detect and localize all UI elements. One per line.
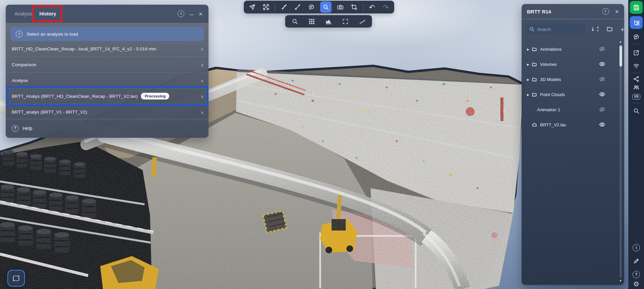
tab-analysis[interactable]: Analysis — [11, 9, 36, 18]
chevron-right-icon: › — [201, 109, 203, 115]
help-row[interactable]: ? Help — [6, 119, 209, 138]
tree-item-label: Volumes — [540, 62, 557, 67]
chevron-right-icon: › — [201, 77, 203, 84]
scrollbar-track[interactable] — [620, 44, 621, 278]
camera-icon[interactable] — [335, 2, 345, 12]
search-input[interactable] — [526, 24, 585, 35]
processing-badge: Processing — [141, 93, 169, 99]
tab-history[interactable]: History — [36, 9, 60, 18]
search-tool-button[interactable] — [320, 1, 332, 13]
measure-icon[interactable] — [293, 2, 303, 12]
tree-item-animation-1[interactable]: Animation 1 — [522, 102, 619, 117]
tree-item-label: 3D Models — [540, 77, 561, 82]
analysis-row[interactable]: BRTT_HD_CleanClean_Recap - local_BRTT_14… — [6, 41, 209, 57]
expand-arrow-icon[interactable]: ▶ — [527, 63, 532, 66]
chevron-right-icon: › — [201, 61, 203, 68]
fit-view-icon[interactable] — [261, 2, 271, 12]
settings-gear-icon[interactable]: ⚙ — [632, 280, 640, 288]
chevron-right-icon: › — [201, 93, 203, 99]
help-label: Help — [23, 126, 32, 131]
scroll-down-icon[interactable]: ▼ — [618, 279, 622, 282]
visibility-eye-icon[interactable] — [599, 46, 605, 52]
toolbar-divider — [275, 3, 275, 11]
crop-icon[interactable] — [349, 2, 359, 12]
share-icon[interactable] — [632, 75, 640, 83]
visibility-eye-icon[interactable] — [599, 61, 605, 67]
tree-item-label: Point Clouds — [540, 92, 565, 97]
minimize-button[interactable]: – — [190, 11, 193, 17]
add-icon[interactable]: + — [620, 26, 624, 33]
analysis-row-processing[interactable]: BRTT_Analys (BRTT_HD_CleanClean_Recap - … — [6, 88, 209, 104]
profile-steps-icon[interactable] — [357, 16, 367, 27]
tree-item-point-clouds[interactable]: ▶ Point Clouds — [522, 87, 619, 102]
search-icon[interactable] — [632, 107, 640, 115]
analysis-row[interactable]: Analyse › — [6, 73, 209, 88]
info-icon[interactable]: i — [632, 244, 640, 252]
info-icon: i — [16, 31, 23, 37]
visibility-eye-icon[interactable] — [599, 76, 605, 82]
help-icon: ? — [12, 125, 18, 132]
sort-icon[interactable]: AZ — [592, 26, 599, 32]
panel-header: Analysis History i – × — [6, 5, 209, 23]
info-icon[interactable]: i — [602, 8, 609, 15]
right-sidebar: VR i ? ⚙ — [628, 0, 644, 289]
save-button[interactable] — [630, 1, 643, 14]
area-chart-icon[interactable] — [324, 16, 334, 27]
navigate-icon[interactable] — [247, 2, 257, 12]
scroll-up-icon[interactable]: ▲ — [618, 40, 622, 43]
analysis-row-label: Analyse — [12, 78, 28, 83]
tree-item-animations[interactable]: ▶ Animations — [522, 42, 619, 57]
layers-panel-header: BRTT R14 i × — [522, 4, 624, 19]
minimap-button[interactable] — [7, 270, 25, 287]
analysis-row[interactable]: Comparison › — [6, 57, 209, 73]
folder-icon[interactable] — [606, 26, 613, 33]
wifi-icon[interactable] — [632, 62, 640, 70]
screen: ↶ ↷ Analysis History — [0, 0, 644, 289]
panel-body: i Select an analysis to load BRTT_HD_Cle… — [6, 23, 209, 138]
tree-item-label: Animation 1 — [537, 107, 560, 112]
paint-brush-icon[interactable] — [279, 2, 289, 12]
info-icon[interactable]: i — [178, 10, 184, 17]
magnify-icon[interactable] — [290, 16, 300, 27]
external-link-icon[interactable] — [632, 49, 640, 57]
close-button[interactable]: × — [199, 11, 202, 17]
folder-icon — [532, 47, 537, 52]
banner-text: Select an analysis to load — [27, 32, 78, 37]
project-title: BRTT R14 — [527, 9, 551, 14]
close-icon[interactable]: × — [615, 8, 619, 15]
selection-frame-icon[interactable] — [340, 16, 350, 27]
divider — [632, 44, 641, 44]
scrollbar-thumb[interactable] — [619, 46, 622, 67]
undo-icon[interactable]: ↶ — [367, 2, 377, 12]
comment-icon[interactable] — [306, 2, 316, 12]
chevron-right-icon: › — [201, 46, 203, 52]
visibility-eye-icon[interactable] — [599, 106, 605, 113]
folder-icon — [532, 62, 537, 67]
tree-item-3d-models[interactable]: ▶ 3D Models — [522, 72, 619, 87]
analysis-row[interactable]: BRTT_analys (BRTT_V1 - BRTT_V2) › — [6, 104, 209, 120]
expand-arrow-icon[interactable]: ▶ — [527, 78, 532, 81]
tree-item-brtt-v2-las[interactable]: BRTT_V2.las — [522, 117, 619, 132]
analysis-row-label: Comparison — [12, 62, 36, 67]
visibility-eye-icon[interactable] — [599, 91, 605, 97]
divider — [632, 73, 641, 73]
tree-item-label: Animations — [540, 47, 562, 52]
visibility-eye-icon[interactable] — [599, 121, 605, 128]
analysis-history-panel: Analysis History i – × i Select an analy… — [6, 5, 209, 138]
scrollbar[interactable]: ▲ ▼ — [618, 40, 622, 282]
layers-tree-button[interactable] — [630, 16, 643, 29]
tree-item-volumes[interactable]: ▶ Volumes — [522, 57, 619, 72]
divider — [632, 103, 641, 103]
vr-icon[interactable]: VR — [632, 93, 640, 101]
folder-icon — [532, 92, 537, 97]
users-icon[interactable] — [632, 83, 640, 91]
edit-pencil-icon[interactable] — [632, 257, 640, 265]
expand-arrow-icon[interactable]: ▶ — [527, 48, 532, 51]
main-toolbar: ↶ ↷ — [244, 1, 394, 13]
redo-icon[interactable]: ↷ — [381, 2, 391, 12]
help-icon[interactable]: ? — [632, 271, 640, 279]
expand-arrow-icon[interactable]: ▶ — [527, 93, 532, 96]
comments-icon[interactable] — [632, 33, 640, 41]
layers-panel: BRTT R14 i × AZ + ▶ — [522, 4, 624, 285]
point-grid-icon[interactable] — [307, 16, 317, 27]
